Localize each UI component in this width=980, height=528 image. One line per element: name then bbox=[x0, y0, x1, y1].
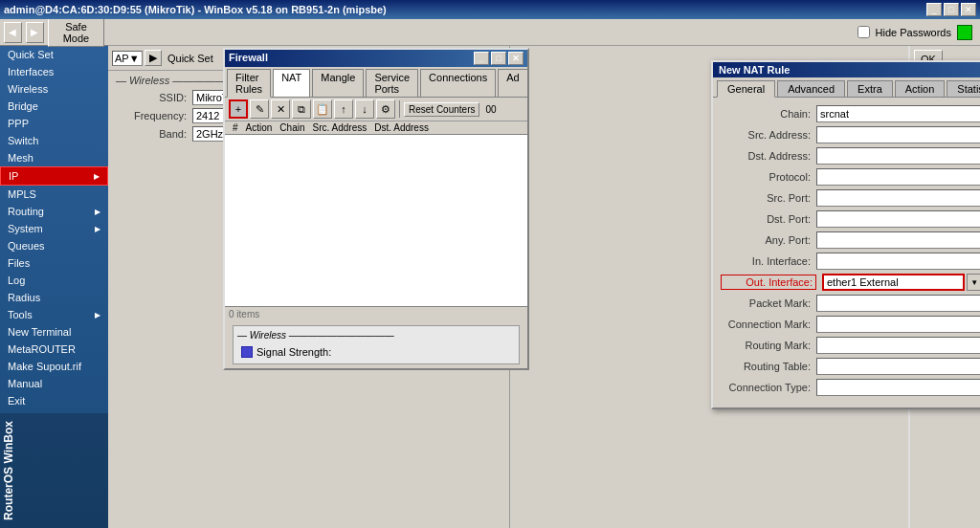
dst-address-input[interactable] bbox=[816, 147, 980, 165]
any-port-input[interactable] bbox=[816, 231, 980, 249]
sidebar-item-radius[interactable]: Radius bbox=[0, 289, 108, 306]
nat-tab-statistics[interactable]: Statistics bbox=[947, 80, 980, 97]
fw-reset-counters-btn[interactable]: Reset Counters bbox=[404, 102, 479, 117]
sidebar-item-newterminal[interactable]: New Terminal bbox=[0, 323, 108, 341]
ap-dropdown[interactable]: AP ▼ bbox=[112, 51, 143, 66]
sidebar-item-metarouter[interactable]: MetaROUTER bbox=[0, 341, 108, 358]
forward-btn[interactable]: ▶ bbox=[26, 22, 44, 43]
maximize-btn[interactable]: □ bbox=[944, 3, 959, 16]
sidebar-item-ip[interactable]: IP ▶ bbox=[0, 166, 108, 186]
out-interface-label: Out. Interface: bbox=[721, 275, 816, 290]
dst-port-field-row: Dst. Port: ▼ bbox=[721, 210, 980, 228]
fw-close-btn[interactable]: ✕ bbox=[508, 52, 523, 65]
fw-col-chain: Chain bbox=[276, 122, 308, 133]
out-interface-dropdown-btn[interactable]: ▼ bbox=[967, 274, 980, 291]
sidebar-item-log[interactable]: Log bbox=[0, 272, 108, 289]
fw-col-hash: # bbox=[229, 122, 242, 133]
sidebar-item-quickset[interactable]: Quick Set bbox=[0, 46, 108, 63]
nat-tab-general[interactable]: General bbox=[717, 80, 775, 98]
wireless-bottom-title: — Wireless ——————————— bbox=[237, 330, 515, 341]
sidebar-item-mesh[interactable]: Mesh bbox=[0, 149, 108, 166]
safe-mode-button[interactable]: Safe Mode bbox=[48, 18, 104, 47]
src-port-input[interactable] bbox=[816, 189, 980, 207]
src-port-label: Src. Port: bbox=[721, 192, 816, 204]
top-right-bar: Hide Passwords bbox=[108, 19, 980, 46]
sidebar-item-makesupout[interactable]: Make Supout.rif bbox=[0, 358, 108, 375]
fw-edit-btn[interactable]: ✎ bbox=[250, 99, 269, 119]
frequency-label: Frequency: bbox=[116, 110, 192, 121]
connection-mark-input[interactable] bbox=[816, 316, 980, 333]
out-interface-input[interactable] bbox=[822, 274, 965, 291]
fw-copy-btn[interactable]: ⧉ bbox=[292, 99, 311, 119]
fw-tab-mangle[interactable]: Mangle bbox=[312, 69, 364, 97]
fw-tab-filterrules[interactable]: Filter Rules bbox=[227, 69, 271, 98]
fw-moveup-btn[interactable]: ↑ bbox=[334, 99, 353, 119]
sidebar-item-switch[interactable]: Switch bbox=[0, 132, 108, 149]
protocol-input[interactable] bbox=[816, 168, 980, 186]
sidebar-toolbar: ◀ ▶ Safe Mode bbox=[0, 19, 108, 46]
connection-type-input-container: ▼ bbox=[816, 379, 980, 396]
close-btn[interactable]: ✕ bbox=[961, 3, 976, 16]
wireless-bottom-section: — Wireless ——————————— Signal Strength: bbox=[233, 325, 520, 364]
src-port-input-container: ▼ bbox=[816, 189, 980, 207]
sidebar-item-exit[interactable]: Exit bbox=[0, 392, 108, 409]
protocol-label: Protocol: bbox=[721, 171, 816, 183]
routing-table-input-container: ▼ bbox=[816, 358, 980, 375]
sidebar-item-manual[interactable]: Manual bbox=[0, 375, 108, 392]
packet-mark-label: Packet Mark: bbox=[721, 297, 816, 309]
hide-passwords-checkbox[interactable] bbox=[858, 26, 870, 38]
nat-title: New NAT Rule bbox=[719, 64, 790, 76]
hide-passwords-label: Hide Passwords bbox=[876, 27, 951, 38]
sidebar-item-tools[interactable]: Tools ▶ bbox=[0, 306, 108, 323]
chain-input[interactable] bbox=[816, 105, 980, 122]
routing-table-input[interactable] bbox=[816, 358, 980, 375]
fw-table-body bbox=[225, 135, 527, 307]
in-interface-input[interactable] bbox=[816, 253, 980, 270]
ap-settings-btn[interactable]: ▶ bbox=[145, 50, 162, 66]
sidebar-item-ppp[interactable]: PPP bbox=[0, 115, 108, 132]
sidebar-item-interfaces[interactable]: Interfaces bbox=[0, 63, 108, 80]
connection-type-input[interactable] bbox=[816, 379, 980, 396]
fw-add-btn[interactable]: + bbox=[229, 99, 248, 119]
sidebar-item-queues[interactable]: Queues bbox=[0, 237, 108, 254]
src-address-input[interactable] bbox=[816, 126, 980, 143]
dst-port-input[interactable] bbox=[816, 210, 980, 228]
fw-movedown-btn[interactable]: ↓ bbox=[355, 99, 374, 119]
fw-delete-btn[interactable]: ✕ bbox=[271, 99, 290, 119]
fw-minimize-btn[interactable]: _ bbox=[474, 52, 489, 65]
routing-mark-field-row: Routing Mark: ▼ bbox=[721, 337, 980, 354]
nat-tab-action[interactable]: Action bbox=[895, 80, 946, 97]
sidebar-item-bridge[interactable]: Bridge bbox=[0, 98, 108, 115]
connection-mark-label: Connection Mark: bbox=[721, 319, 816, 330]
tools-arrow-icon: ▶ bbox=[95, 311, 100, 319]
fw-tab-nat[interactable]: NAT bbox=[273, 69, 310, 97]
src-address-label: Src. Address: bbox=[721, 129, 816, 141]
sidebar-item-routing[interactable]: Routing ▶ bbox=[0, 203, 108, 220]
fw-tab-serviceports[interactable]: Service Ports bbox=[366, 69, 418, 97]
back-btn[interactable]: ◀ bbox=[4, 22, 22, 43]
fw-tab-ad[interactable]: Ad bbox=[498, 69, 527, 97]
routing-mark-label: Routing Mark: bbox=[721, 340, 816, 351]
fw-maximize-btn[interactable]: □ bbox=[491, 52, 506, 65]
protocol-field-row: Protocol: ▼ bbox=[721, 168, 980, 186]
sidebar-item-system[interactable]: System ▶ bbox=[0, 220, 108, 237]
any-port-label: Any. Port: bbox=[721, 234, 816, 246]
packet-mark-input[interactable] bbox=[816, 295, 980, 312]
in-interface-label: In. Interface: bbox=[721, 255, 816, 267]
src-address-field-row: Src. Address: ▼ bbox=[721, 126, 980, 143]
fw-paste-btn[interactable]: 📋 bbox=[313, 99, 332, 119]
minimize-btn[interactable]: _ bbox=[926, 3, 942, 16]
sidebar-item-mpls[interactable]: MPLS bbox=[0, 186, 108, 203]
sidebar: ◀ ▶ Safe Mode Quick Set Interfaces Wirel… bbox=[0, 19, 108, 528]
in-interface-input-container: ▼ bbox=[816, 253, 980, 270]
nat-tab-advanced[interactable]: Advanced bbox=[777, 80, 845, 97]
sidebar-item-wireless[interactable]: Wireless bbox=[0, 80, 108, 98]
connection-mark-input-container: ▼ bbox=[816, 316, 980, 333]
system-arrow-icon: ▶ bbox=[95, 225, 100, 233]
dst-address-field-row: Dst. Address: ▼ bbox=[721, 147, 980, 165]
sidebar-item-files[interactable]: Files bbox=[0, 254, 108, 272]
routing-mark-input[interactable] bbox=[816, 337, 980, 354]
fw-tab-connections[interactable]: Connections bbox=[420, 69, 496, 97]
fw-filter-btn[interactable]: ⚙ bbox=[376, 99, 395, 119]
nat-tab-extra[interactable]: Extra bbox=[847, 80, 893, 97]
